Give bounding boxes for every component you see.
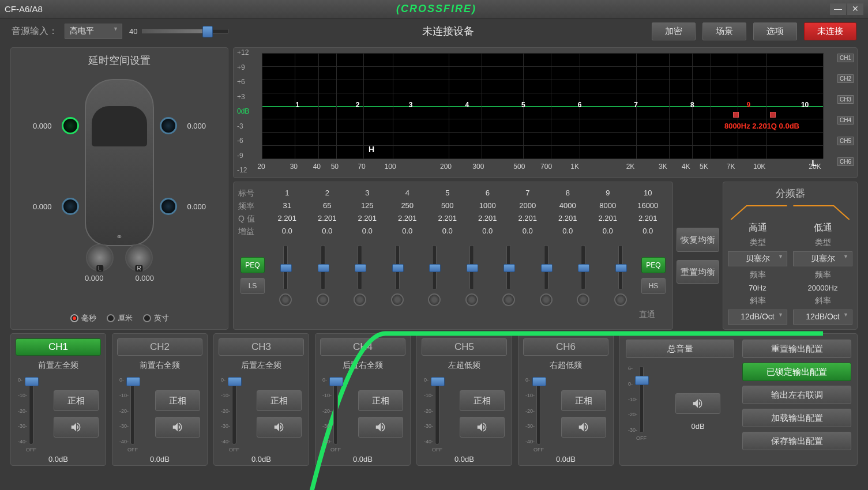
fader-thumb[interactable] — [25, 377, 39, 386]
channel-select-button[interactable]: CH1 — [16, 338, 101, 356]
eq-ch-label-4[interactable]: CH4 — [837, 116, 854, 125]
speaker-front-right[interactable] — [160, 117, 177, 134]
eq-gain-slider[interactable] — [395, 245, 400, 290]
titlebar: CF-A6/A8 CROSSFIRE — ✕ — [0, 0, 868, 18]
x-tick: 2K — [626, 163, 635, 171]
y-tick: +12 — [237, 48, 249, 56]
fader-track[interactable] — [639, 366, 644, 433]
channel-db-value: 0.0dB — [117, 455, 202, 463]
eq-gain-slider[interactable] — [581, 245, 585, 290]
x-tick: 5K — [700, 163, 708, 171]
lp-slope-select[interactable]: 12dB/Oct — [793, 310, 852, 325]
fader-track[interactable] — [333, 378, 338, 444]
eq-gain-slider[interactable] — [618, 245, 623, 290]
eq-gain-slider[interactable] — [544, 245, 548, 290]
subwoofer-left[interactable] — [86, 244, 114, 272]
eq-point-9[interactable]: 9 — [743, 101, 754, 111]
eq-ch-label-2[interactable]: CH2 — [837, 74, 854, 83]
eq-point-6[interactable]: 6 — [574, 101, 585, 111]
fader-thumb[interactable] — [329, 377, 343, 386]
peq-left-button[interactable]: PEQ — [241, 257, 265, 273]
fader-track[interactable] — [130, 378, 135, 444]
hpf-marker[interactable]: H — [369, 145, 374, 154]
eq-point-7[interactable]: 7 — [631, 101, 641, 111]
speaker-rear-right[interactable] — [160, 198, 177, 215]
input-source-select[interactable]: 高电平 — [65, 24, 122, 39]
phase-button[interactable]: 正相 — [54, 390, 99, 411]
eq-thumb[interactable] — [392, 264, 404, 272]
eq-marker[interactable] — [733, 112, 739, 118]
fader-track[interactable] — [536, 378, 541, 444]
eq-ch-label-6[interactable]: CH6 — [837, 157, 854, 166]
brand-logo: CROSSFIRE — [43, 3, 830, 15]
scene-button[interactable]: 场景 — [702, 22, 746, 40]
volume-thumb[interactable] — [202, 26, 213, 37]
master-input-volume[interactable]: 40 — [129, 27, 245, 36]
eq-ch-label-1[interactable]: CH1 — [837, 54, 854, 62]
eq-gain-slider[interactable] — [506, 245, 511, 290]
y-tick: +3 — [237, 93, 245, 101]
eq-point-10[interactable]: 10 — [800, 101, 810, 111]
eq-gain-slider[interactable] — [321, 245, 325, 290]
volume-track[interactable] — [142, 29, 228, 33]
subwoofer-right[interactable] — [125, 244, 153, 272]
fader-track[interactable] — [435, 378, 439, 444]
hp-type-select[interactable]: 贝塞尔 — [728, 251, 787, 266]
eq-gain-slider[interactable] — [432, 245, 437, 290]
phase-button[interactable]: 正相 — [155, 390, 200, 411]
lpf-marker[interactable]: L — [811, 159, 817, 168]
speaker-icon — [70, 421, 82, 434]
eq-point-4[interactable]: 4 — [462, 101, 472, 111]
unit-cm-radio[interactable]: 厘米 — [107, 313, 133, 323]
speaker-rear-left[interactable] — [62, 198, 79, 215]
eq-ch-label-5[interactable]: CH5 — [837, 137, 854, 145]
eq-ch-label-3[interactable]: CH3 — [837, 95, 854, 104]
eq-thumb[interactable] — [541, 264, 553, 272]
speaker-front-left[interactable] — [62, 117, 79, 134]
eq-thumb[interactable] — [503, 264, 515, 272]
master-fader: 6-0--10--20--30- OFF — [626, 364, 657, 459]
eq-thumb[interactable] — [615, 264, 627, 272]
eq-point-8[interactable]: 8 — [687, 101, 697, 111]
connect-button[interactable]: 未连接 — [804, 22, 856, 40]
fader-thumb[interactable] — [228, 377, 242, 386]
eq-thumb[interactable] — [578, 264, 589, 272]
channel-select-button[interactable]: CH2 — [117, 338, 202, 356]
fader-track[interactable] — [29, 378, 33, 444]
minimize-button[interactable]: — — [830, 3, 846, 15]
eq-gain-slider[interactable] — [469, 245, 474, 290]
fader-thumb[interactable] — [635, 376, 649, 385]
x-tick: 40 — [313, 163, 321, 171]
fader-scale: 0--10--20--30--40- — [221, 378, 230, 444]
lp-type-select[interactable]: 贝塞尔 — [793, 251, 852, 266]
mute-button[interactable] — [54, 417, 99, 438]
ls-button[interactable]: LS — [241, 278, 265, 294]
eq-chart[interactable]: +12+9+6+30dB-3-6-9-12 12345678910 203040… — [233, 47, 858, 178]
eq-point-3[interactable]: 3 — [405, 101, 416, 111]
fader-track[interactable] — [232, 378, 236, 444]
mute-button[interactable] — [155, 417, 200, 438]
eq-point-1[interactable]: 1 — [292, 101, 303, 111]
unit-in-radio[interactable]: 英寸 — [143, 313, 169, 323]
fader-thumb[interactable] — [126, 377, 140, 386]
options-button[interactable]: 选项 — [753, 22, 797, 40]
eq-thumb[interactable] — [355, 264, 366, 272]
fader-off-label: OFF — [533, 447, 544, 453]
unit-ms-radio[interactable]: 毫秒 — [70, 313, 96, 323]
eq-thumb[interactable] — [318, 264, 329, 272]
eq-thumb[interactable] — [429, 264, 441, 272]
eq-gain-slider[interactable] — [358, 245, 362, 290]
encrypt-button[interactable]: 加密 — [652, 22, 696, 40]
eq-gain-slider[interactable] — [283, 245, 288, 290]
eq-thumb[interactable] — [467, 264, 478, 272]
eq-point-5[interactable]: 5 — [518, 101, 528, 111]
fader-thumb[interactable] — [431, 377, 445, 386]
eq-marker[interactable] — [770, 112, 776, 118]
eq-point-2[interactable]: 2 — [352, 101, 363, 111]
hp-slope-select[interactable]: 12dB/Oct — [728, 310, 787, 325]
link-icon[interactable]: ⚭ — [116, 232, 123, 242]
eq-thumb[interactable] — [280, 264, 292, 272]
channel-db-value: 0.0dB — [16, 455, 101, 463]
fader-thumb[interactable] — [532, 377, 546, 386]
close-button[interactable]: ✕ — [847, 3, 863, 15]
